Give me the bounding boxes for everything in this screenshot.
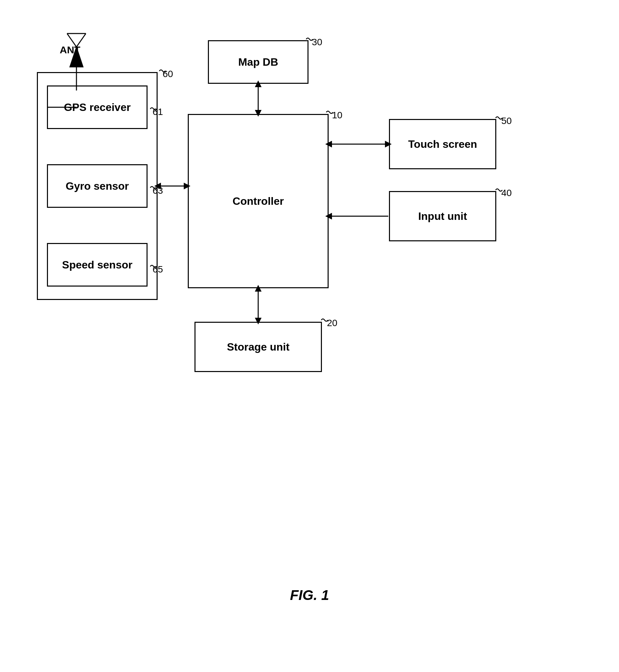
ref-gyro: 63	[153, 185, 163, 196]
inputunit-box: Input unit	[389, 191, 496, 241]
speed-label: Speed sensor	[62, 259, 132, 271]
ref-mapdb: 30	[312, 37, 322, 48]
mapdb-label: Map DB	[238, 56, 278, 68]
mapdb-box: Map DB	[208, 40, 308, 84]
figure-caption: FIG. 1	[290, 587, 329, 603]
ref-controller: 10	[332, 110, 342, 121]
gps-receiver-box: GPS receiver	[47, 85, 148, 129]
speed-sensor-box: Speed sensor	[47, 243, 148, 287]
gps-label: GPS receiver	[64, 101, 130, 114]
ref-touchscreen: 50	[501, 116, 512, 126]
inputunit-label: Input unit	[418, 210, 467, 223]
gyro-label: Gyro sensor	[66, 180, 129, 192]
ref-gps: 61	[153, 107, 163, 117]
ref-speed: 65	[153, 264, 163, 275]
storage-box: Storage unit	[194, 322, 322, 372]
controller-label: Controller	[233, 195, 284, 207]
storage-label: Storage unit	[227, 341, 290, 353]
ref-sensor-group: 60	[163, 69, 173, 79]
ref-inputunit: 40	[501, 188, 512, 198]
ref-storage: 20	[327, 318, 337, 328]
touchscreen-box: Touch screen	[389, 119, 496, 169]
gyro-sensor-box: Gyro sensor	[47, 164, 148, 208]
ant-label: ANT	[60, 44, 80, 56]
controller-box: Controller	[188, 114, 329, 288]
diagram-container: ANT GPS receiver Gyro sensor Speed senso…	[20, 20, 599, 623]
touchscreen-label: Touch screen	[408, 138, 477, 150]
